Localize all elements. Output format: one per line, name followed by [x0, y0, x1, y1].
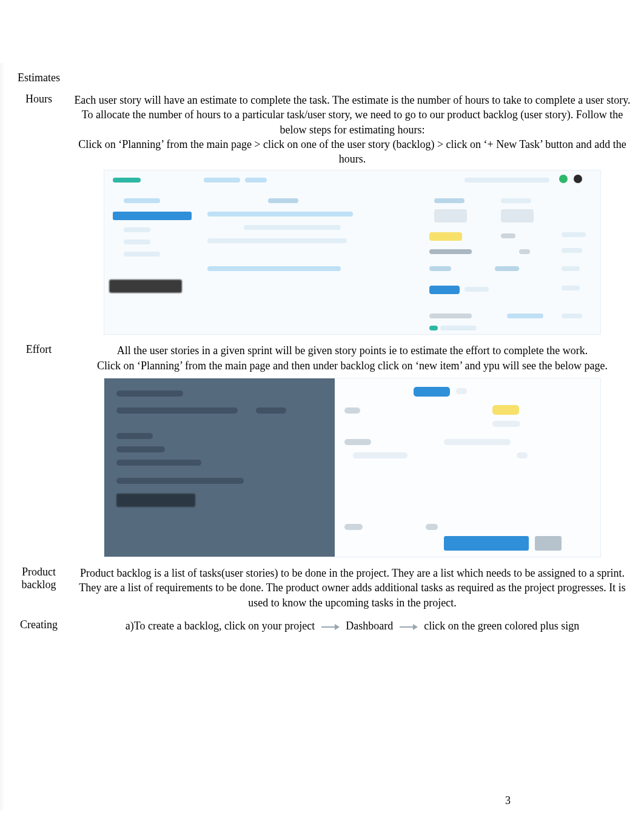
creating-text-a: a)To create a backlog, click on your pro…	[126, 620, 315, 632]
mock-button	[414, 387, 450, 397]
creating-text-b: Dashboard	[346, 620, 393, 632]
row-body-creating: a)To create a backlog, click on your pro…	[69, 616, 636, 635]
primary-action-button	[444, 536, 529, 551]
mock-element	[344, 407, 360, 414]
mock-element	[507, 314, 543, 318]
mock-element	[429, 266, 451, 271]
mock-element	[244, 225, 341, 230]
highlight-badge	[492, 405, 519, 415]
hours-paragraph-1: Each user story will have an estimate to…	[74, 93, 631, 107]
row-label-hours: Hours	[8, 90, 69, 337]
mock-element	[465, 178, 549, 183]
mock-element	[116, 433, 153, 439]
row-label-estimates: Estimates	[8, 69, 69, 87]
mock-element	[440, 326, 477, 330]
mock-element	[344, 524, 363, 530]
mock-element	[426, 524, 438, 530]
mock-element	[245, 178, 267, 183]
mock-element	[562, 232, 586, 237]
mock-element	[519, 249, 530, 254]
page-shadow	[0, 63, 5, 811]
mock-element	[429, 326, 438, 330]
mock-selected-nav	[113, 212, 192, 220]
mock-element	[268, 198, 298, 203]
label-line: Product	[22, 566, 56, 578]
mock-element	[501, 233, 515, 238]
mock-element	[434, 198, 465, 203]
mock-element	[204, 178, 240, 183]
mock-element	[429, 314, 472, 318]
screenshot-planning-task	[104, 170, 601, 335]
mock-element	[124, 240, 150, 244]
mock-element	[456, 388, 467, 394]
row-label-product-backlog: Product backlog	[8, 563, 69, 612]
screenshot-new-item	[104, 378, 601, 557]
mock-element	[429, 249, 472, 254]
label-line: backlog	[22, 578, 56, 591]
mock-element	[124, 198, 160, 203]
row-body-effort: All the user stories in a given sprint w…	[69, 341, 636, 560]
mock-element	[562, 314, 582, 318]
mock-element	[562, 248, 582, 253]
effort-paragraph-2: Click on ‘Planning’ from the main page a…	[74, 358, 631, 373]
mock-button	[429, 286, 460, 294]
mock-element	[353, 452, 408, 458]
svg-marker-1	[335, 624, 340, 630]
mock-element	[124, 252, 160, 257]
mock-element	[501, 209, 534, 223]
mock-element	[207, 238, 347, 243]
row-body-product-backlog: Product backlog is a list of tasks(user …	[69, 563, 636, 612]
mock-element	[116, 460, 201, 466]
mock-element	[501, 198, 531, 203]
mock-element	[495, 266, 519, 271]
content-table: Estimates Hours Each user story will hav…	[8, 65, 636, 639]
mock-element	[562, 266, 580, 271]
effort-paragraph-1: All the user stories in a given sprint w…	[74, 343, 631, 358]
row-label-creating: Creating	[8, 616, 69, 635]
row-label-effort: Effort	[8, 341, 69, 560]
redacted-region	[109, 280, 182, 293]
mock-element	[434, 209, 467, 223]
mock-element	[256, 407, 286, 414]
secondary-action-button	[535, 536, 562, 551]
mock-element	[465, 287, 489, 292]
mock-element	[124, 227, 150, 232]
mock-element	[116, 391, 183, 397]
mock-element	[344, 439, 371, 445]
mock-element	[444, 439, 511, 445]
avatar-icon	[559, 175, 568, 183]
hours-paragraph-3: Click on ‘Planning’ from the main page >…	[74, 137, 631, 167]
creating-text-c: click on the green colored plus sign	[424, 620, 579, 632]
hours-paragraph-2: To allocate the number of hours to a par…	[74, 107, 631, 137]
highlight-badge	[429, 232, 462, 241]
mock-element	[113, 178, 141, 183]
mock-element	[116, 407, 238, 414]
svg-marker-3	[413, 624, 418, 630]
arrow-right-icon	[400, 623, 418, 631]
mock-element	[562, 286, 580, 290]
page-number: 3	[505, 794, 511, 807]
mock-element	[116, 478, 244, 484]
mock-element	[517, 452, 528, 458]
mock-element	[207, 266, 341, 271]
mock-element	[116, 446, 165, 452]
mock-element	[207, 212, 353, 216]
redacted-region	[116, 494, 195, 507]
row-body-hours: Each user story will have an estimate to…	[69, 90, 636, 337]
row-body-estimates	[69, 69, 636, 87]
mock-element	[492, 421, 520, 427]
settings-dot-icon	[574, 175, 582, 183]
arrow-right-icon	[321, 623, 340, 631]
